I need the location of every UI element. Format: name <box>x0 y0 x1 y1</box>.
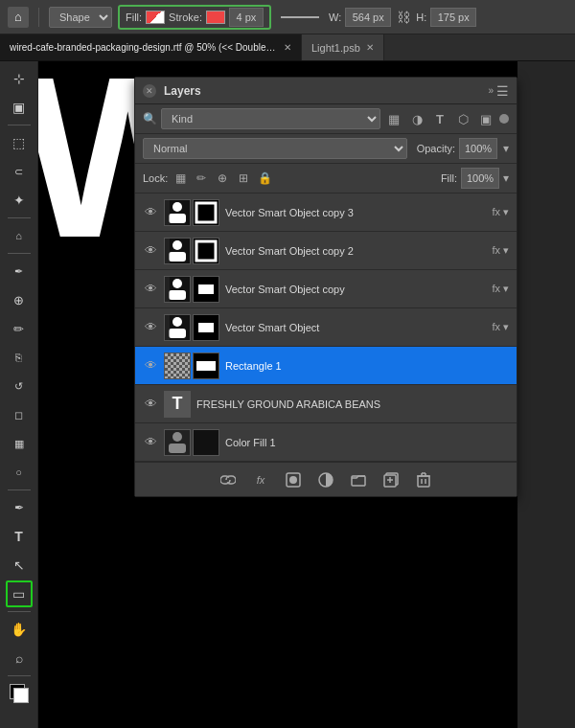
fill-value-input[interactable] <box>461 168 499 189</box>
shape-type-selector[interactable]: Shape <box>49 7 112 28</box>
history-brush[interactable]: ↺ <box>6 373 33 399</box>
tab-close-1[interactable]: ✕ <box>284 42 291 53</box>
dodge-tool[interactable]: ○ <box>6 459 33 486</box>
pen-tool[interactable]: ✒ <box>6 494 33 521</box>
tab-wired-cafe[interactable]: wired-cafe-branded-packaging-design.rtf … <box>0 34 302 61</box>
layer-visibility-icon[interactable]: 👁 <box>143 397 158 411</box>
layers-panel: ✕ Layers » ☰ 🔍 Kind ▦ ◑ T ⬡ ▣ Normal Opa… <box>134 77 518 497</box>
lock-all-icon[interactable]: 🔒 <box>256 170 273 187</box>
layer-fx[interactable]: fx ▾ <box>492 206 509 218</box>
eyedropper-tool[interactable]: ✒ <box>6 258 33 284</box>
foreground-color[interactable] <box>6 680 33 707</box>
lock-artboard-icon[interactable]: ⊞ <box>235 170 252 187</box>
layer-list: 👁 Vector Smart Object <box>135 193 517 462</box>
home-icon[interactable]: ⌂ <box>8 7 29 28</box>
layer-thumb-right <box>193 314 219 341</box>
type-tool[interactable]: T <box>6 523 33 550</box>
layer-name: FRESHLY GROUND ARABICA BEANS <box>196 398 509 410</box>
fill-panel-label: Fill: <box>441 172 457 184</box>
layer-new-icon[interactable] <box>380 468 402 491</box>
fill-dropdown-icon[interactable]: ▾ <box>503 171 509 185</box>
brush-tool[interactable]: ✏ <box>6 315 33 342</box>
lasso-tool[interactable]: ⊂ <box>6 158 33 185</box>
layer-visibility-icon[interactable]: 👁 <box>143 320 158 334</box>
fill-swatch[interactable] <box>146 11 165 24</box>
path-select-tool[interactable]: ↖ <box>6 552 33 579</box>
layer-visibility-icon[interactable]: 👁 <box>143 435 158 449</box>
zoom-tool[interactable]: ⌕ <box>6 645 33 671</box>
layer-adjustment-icon[interactable] <box>314 468 337 491</box>
svg-rect-17 <box>198 284 214 294</box>
svg-rect-20 <box>169 329 186 338</box>
layer-row-selected[interactable]: 👁 <box>135 347 517 385</box>
layer-thumb-left <box>164 238 191 264</box>
gradient-tool[interactable]: ▦ <box>6 430 33 457</box>
layer-thumbnail-wrap: T <box>164 391 191 418</box>
stamp-tool[interactable]: ⎘ <box>6 344 33 371</box>
type-filter-icon[interactable]: T <box>430 109 449 128</box>
lock-transparent-icon[interactable]: ▦ <box>172 170 189 187</box>
layer-row[interactable]: 👁 Vector Smart Object <box>135 270 517 308</box>
link-proportional-icon[interactable]: ⛓ <box>397 10 410 25</box>
panel-close-button[interactable]: ✕ <box>143 84 156 98</box>
panel-title: Layers <box>164 84 201 98</box>
layer-effects-icon[interactable]: fx <box>249 468 272 491</box>
layer-visibility-icon[interactable]: 👁 <box>143 282 158 296</box>
hand-tool[interactable]: ✋ <box>6 616 33 643</box>
layer-fx[interactable]: fx ▾ <box>492 283 509 295</box>
svg-rect-2 <box>169 214 186 223</box>
quick-select-tool[interactable]: ✦ <box>6 187 33 214</box>
opacity-dropdown-icon[interactable]: ▾ <box>503 142 509 155</box>
kind-selector[interactable]: Kind <box>161 108 380 129</box>
panel-menu-icon[interactable]: ☰ <box>496 83 509 99</box>
lock-pixels-icon[interactable]: ✏ <box>193 170 210 187</box>
blend-mode-selector[interactable]: Normal <box>143 138 407 159</box>
layer-thumb-right <box>193 429 219 456</box>
layer-group-icon[interactable] <box>347 468 370 491</box>
shape-tool[interactable]: ▭ <box>6 580 33 607</box>
layer-visibility-icon[interactable]: 👁 <box>143 243 158 258</box>
height-section: H: <box>416 8 476 27</box>
layer-visibility-icon[interactable]: 👁 <box>143 205 158 219</box>
smart-filter-icon[interactable]: ▣ <box>476 109 495 128</box>
tab-label-1: wired-cafe-branded-packaging-design.rtf … <box>10 42 278 53</box>
layer-delete-icon[interactable] <box>412 468 435 491</box>
layer-row[interactable]: 👁 Vector Smart Object <box>135 308 517 347</box>
pixel-filter-icon[interactable]: ▦ <box>384 109 403 128</box>
layer-fx[interactable]: fx ▾ <box>492 244 509 257</box>
layer-mask-icon[interactable] <box>282 468 305 491</box>
eraser-tool[interactable]: ◻ <box>6 401 33 428</box>
tab-close-2[interactable]: ✕ <box>366 42 374 53</box>
layer-row[interactable]: 👁 Vector Smart Object <box>135 193 517 232</box>
artboard-tool[interactable]: ▣ <box>6 94 33 121</box>
svg-rect-33 <box>169 444 186 453</box>
sep1 <box>38 8 39 27</box>
width-input[interactable] <box>345 8 391 27</box>
fill-stroke-section: Fill: Stroke: <box>118 5 271 30</box>
tool-sep-4 <box>8 489 31 490</box>
adjustment-filter-icon[interactable]: ◑ <box>407 109 426 128</box>
stroke-width-input[interactable] <box>229 8 264 27</box>
shape-filter-icon[interactable]: ⬡ <box>453 109 472 128</box>
svg-rect-9 <box>165 239 170 263</box>
lock-position-icon[interactable]: ⊕ <box>214 170 231 187</box>
opacity-input[interactable] <box>459 138 497 159</box>
layer-visibility-icon[interactable]: 👁 <box>143 358 158 373</box>
layer-thumbnail-wrap <box>164 314 219 341</box>
panel-expand-icon[interactable]: » <box>488 85 494 96</box>
layer-row[interactable]: 👁 Vector Smart Object <box>135 232 517 270</box>
svg-rect-30 <box>196 361 216 371</box>
layer-link-icon[interactable] <box>217 468 240 491</box>
move-tool[interactable]: ⊹ <box>6 65 33 92</box>
marquee-tool[interactable]: ⬚ <box>6 129 33 156</box>
layer-row[interactable]: 👁 Color Fill 1 <box>135 423 517 462</box>
healing-tool[interactable]: ⊕ <box>6 286 33 313</box>
stroke-swatch[interactable] <box>206 11 225 24</box>
layer-fx[interactable]: fx ▾ <box>492 321 509 333</box>
crop-tool[interactable]: ⌂ <box>6 222 33 249</box>
height-input[interactable] <box>430 8 476 27</box>
layer-name: Vector Smart Object copy <box>225 284 486 295</box>
layer-row[interactable]: 👁 T FRESHLY GROUND ARABICA BEANS <box>135 385 517 423</box>
tab-light1[interactable]: Light1.psb ✕ <box>302 34 384 61</box>
tool-sep-2 <box>8 217 31 218</box>
